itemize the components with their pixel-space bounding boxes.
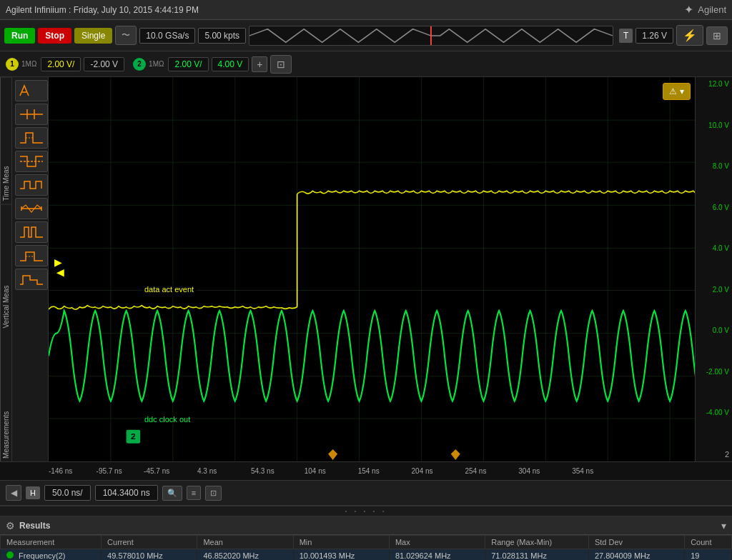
svg-marker-32 — [328, 449, 337, 460]
cell-count: 19 — [685, 549, 732, 561]
y-label-12v: 12.0 V — [698, 80, 729, 88]
x-label-7: 154 ns — [358, 467, 380, 475]
results-expand-icon[interactable]: ▾ — [721, 520, 726, 531]
col-stddev: Std Dev — [588, 536, 684, 549]
cell-stddev: 27.804009 MHz — [588, 549, 684, 561]
marker-button[interactable]: ⊡ — [205, 486, 222, 501]
cell-range: 71.028131 MHz — [485, 549, 589, 561]
ch1-offset[interactable]: -2.00 V — [84, 57, 124, 71]
y-label-8v: 8.0 V — [698, 162, 729, 170]
x-label-8: 204 ns — [412, 467, 433, 475]
meas-icon-6[interactable] — [15, 198, 48, 219]
cell-min: 10.001493 MHz — [293, 549, 389, 561]
results-panel: ⚙ Results ▾ Measurement Current Mean Min… — [0, 516, 732, 560]
results-gear-icon[interactable]: ⚙ — [6, 520, 15, 531]
channel-options-button[interactable]: ⊡ — [270, 55, 292, 74]
left-sidebar: Time Meas Vertical Meas Measurements — [0, 77, 49, 461]
y-label-10v: 10.0 V — [698, 121, 729, 129]
y-label-m2v: -2.00 V — [698, 368, 729, 376]
utility-button[interactable]: ⚡ — [676, 25, 703, 46]
ch2-scale[interactable]: 2.00 V/ — [168, 57, 208, 71]
x-label-5: 54.3 ns — [251, 467, 274, 475]
svg-marker-31 — [56, 269, 64, 277]
prev-button[interactable]: ◀ — [6, 485, 21, 501]
results-title: Results — [19, 521, 50, 531]
horizontal-label: H — [26, 486, 40, 499]
x-label-4: 4.3 ns — [197, 467, 217, 475]
status-dot — [6, 551, 14, 559]
y-label-2v: 2.0 V — [698, 286, 729, 294]
ch2-coupling-label: 1MΩ — [149, 60, 164, 68]
svg-text:2: 2 — [131, 432, 136, 441]
x-label-11: 354 ns — [572, 467, 593, 475]
sample-rate-field[interactable]: 10.0 GSa/s — [139, 28, 195, 44]
title-text: Agilent Infiniium : Friday, July 10, 201… — [6, 5, 199, 15]
zoom-button[interactable]: 🔍 — [162, 486, 182, 501]
toolbar: Run Stop Single 〜 10.0 GSa/s 5.00 kpts T… — [0, 20, 732, 51]
results-table: Measurement Current Mean Min Max Range (… — [0, 535, 732, 560]
titlebar: Agilent Infiniium : Friday, July 10, 201… — [0, 0, 732, 20]
ch1-coupling-label: 1MΩ — [21, 60, 36, 68]
bottom-controls: ◀ H 50.0 ns/ 104.3400 ns 🔍 ≡ ⊡ — [0, 480, 732, 506]
stop-button[interactable]: Stop — [38, 28, 71, 44]
tab-vertical-meas[interactable]: Vertical Meas — [0, 204, 11, 331]
trigger-indicator: ▶ — [54, 256, 62, 268]
scope-display[interactable]: 2 data act event ddc clock out ▶ ⚠ ▾ 12.… — [49, 77, 732, 461]
warning-expand-icon: ▾ — [680, 86, 684, 96]
ch2-waveform-label: ddc clock out — [142, 414, 193, 424]
meas-icon-3[interactable] — [15, 127, 48, 149]
trigger-section: T 1.26 V — [619, 28, 673, 44]
x-label-6: 104 ns — [305, 467, 326, 475]
warning-icon: ⚠ — [669, 86, 677, 96]
y-label-0v: 0.0 V — [698, 326, 729, 334]
cell-current: 49.578010 MHz — [102, 549, 197, 561]
y-label-m4v: -4.00 V — [698, 409, 729, 416]
horizontal-offset[interactable]: 104.3400 ns — [95, 485, 158, 501]
meas-icon-9[interactable] — [15, 269, 48, 290]
ch1-waveform-label: data act event — [142, 284, 197, 294]
single-button[interactable]: Single — [74, 28, 112, 44]
tab-measurements[interactable]: Measurements — [0, 331, 11, 461]
navigate-button[interactable]: ≡ — [187, 486, 201, 500]
x-label-1: -146 ns — [49, 467, 72, 475]
meas-icon-7[interactable] — [15, 221, 48, 243]
waveform-overview — [249, 26, 613, 46]
x-label-9: 254 ns — [465, 467, 486, 475]
autoscale-button[interactable]: ⊞ — [706, 26, 728, 45]
panel-resize-handle[interactable]: • • • • • — [345, 508, 387, 514]
trigger-mode-button[interactable]: 〜 — [115, 26, 137, 45]
toolbar-right-buttons: ⚡ ⊞ — [676, 25, 728, 46]
add-channel-button[interactable]: + — [252, 56, 267, 72]
col-range: Range (Max-Min) — [485, 536, 589, 549]
brand-icon: ✦ — [684, 3, 693, 16]
run-button[interactable]: Run — [4, 28, 35, 44]
meas-icon-1[interactable] — [15, 80, 48, 101]
horizontal-scale[interactable]: 50.0 ns/ — [44, 485, 91, 501]
tab-time-meas[interactable]: Time Meas — [0, 77, 11, 204]
results-header: ⚙ Results ▾ — [0, 516, 732, 535]
meas-icon-8[interactable] — [15, 245, 48, 266]
cell-mean: 46.852020 MHz — [197, 549, 293, 561]
col-current: Current — [102, 536, 197, 549]
warning-badge[interactable]: ⚠ ▾ — [663, 83, 691, 100]
ch2-badge: 2 — [133, 58, 146, 71]
trigger-value[interactable]: 1.26 V — [635, 28, 673, 44]
main-area: Time Meas Vertical Meas Measurements — [0, 77, 732, 461]
x-label-3: -45.7 ns — [144, 467, 169, 475]
brand-logo: ✦ Agilent — [684, 3, 726, 16]
meas-icon-5[interactable] — [15, 174, 48, 196]
ch1-scale[interactable]: 2.00 V/ — [41, 57, 81, 71]
brand-name: Agilent — [698, 4, 726, 15]
y-label-4v: 4.0 V — [698, 244, 729, 252]
table-row[interactable]: Frequency(2) 49.578010 MHz 46.852020 MHz… — [1, 549, 732, 561]
sidebar-icons — [12, 77, 51, 461]
memory-depth-field[interactable]: 5.00 kpts — [198, 28, 246, 44]
meas-icon-4[interactable] — [15, 151, 48, 172]
x-label-10: 304 ns — [518, 467, 540, 475]
ch2-offset[interactable]: 4.00 V — [212, 57, 249, 71]
cell-measurement: Frequency(2) — [1, 549, 102, 561]
col-mean: Mean — [197, 536, 293, 549]
timebase-label: 2 — [698, 450, 729, 459]
col-measurement: Measurement — [1, 536, 102, 549]
meas-icon-2[interactable] — [15, 104, 48, 125]
